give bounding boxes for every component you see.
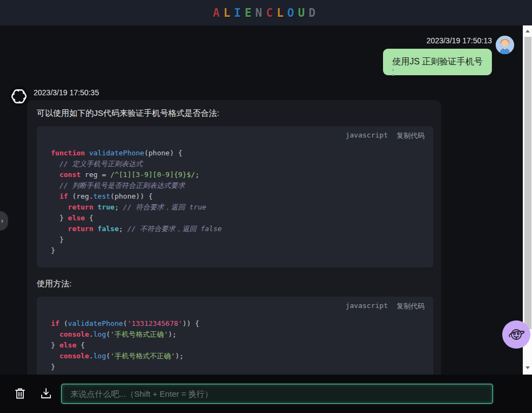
brand-letter: I [234, 6, 245, 19]
scroll-up-button[interactable] [523, 27, 532, 36]
copy-code-button[interactable]: 复制代码 [397, 131, 425, 141]
code-content: function validatePhone(phone) { // 定义手机号… [37, 148, 433, 267]
assistant-message-card: 可以使用如下的JS代码来验证手机号格式是否合法: javascript 复制代码… [27, 100, 441, 375]
brand-letter: A [213, 6, 224, 19]
brand-letter: C [266, 6, 277, 19]
brand-letter: N [255, 6, 266, 19]
clear-chat-button[interactable] [10, 384, 30, 403]
code-content: if (validatePhone('13312345678')) { cons… [37, 318, 433, 375]
brand-letter: O [287, 6, 298, 19]
chevron-right-icon: › [1, 217, 3, 225]
user-message-bubble: 使用JS 正则验证手机号 [383, 49, 492, 75]
assistant-intro-text: 可以使用如下的JS代码来验证手机号格式是否合法: [37, 108, 219, 119]
brand-letter: U [298, 6, 309, 19]
arrow-up-icon [525, 30, 530, 32]
brand-letter: E [245, 6, 256, 19]
code-block-1: javascript 复制代码 function validatePhone(p… [37, 126, 433, 267]
scroll-down-button[interactable] [523, 363, 532, 372]
download-icon [41, 388, 51, 399]
message-menu-icon[interactable] [389, 64, 397, 76]
code-language-label: javascript [346, 131, 388, 141]
chat-app: ALIENCLOUD 2023/3/19 17:50:13 使用JS 正则验证手… [0, 0, 532, 413]
planet-fab-button[interactable] [502, 320, 530, 349]
usage-label-text: 使用方法: [37, 279, 72, 289]
code-language-label: javascript [346, 301, 388, 311]
app-header: ALIENCLOUD [0, 0, 532, 25]
vertical-scrollbar[interactable] [523, 25, 532, 375]
user-message-timestamp: 2023/3/19 17:50:13 [426, 36, 492, 45]
code-block-2: javascript 复制代码 if (validatePhone('13312… [37, 297, 433, 375]
arrow-down-icon [525, 366, 530, 369]
user-avatar-image [496, 36, 514, 54]
brand-letter: L [277, 6, 288, 19]
trash-icon [15, 388, 25, 399]
copy-code-button[interactable]: 复制代码 [397, 301, 425, 311]
brand-title: ALIENCLOUD [213, 6, 320, 19]
chat-scroll-area[interactable]: 2023/3/19 17:50:13 使用JS 正则验证手机号 [0, 25, 523, 375]
planet-face-icon [507, 325, 526, 344]
export-chat-button[interactable] [36, 384, 56, 403]
brand-letter: L [223, 6, 234, 19]
openai-logo-icon [11, 88, 27, 104]
scrollbar-thumb[interactable] [524, 37, 531, 329]
composer-bar [0, 375, 532, 413]
message-input[interactable] [61, 384, 493, 404]
assistant-avatar [9, 86, 29, 106]
brand-letter: D [309, 6, 320, 19]
assistant-message-timestamp: 2023/3/19 17:50:35 [34, 88, 99, 97]
user-avatar [496, 36, 514, 54]
